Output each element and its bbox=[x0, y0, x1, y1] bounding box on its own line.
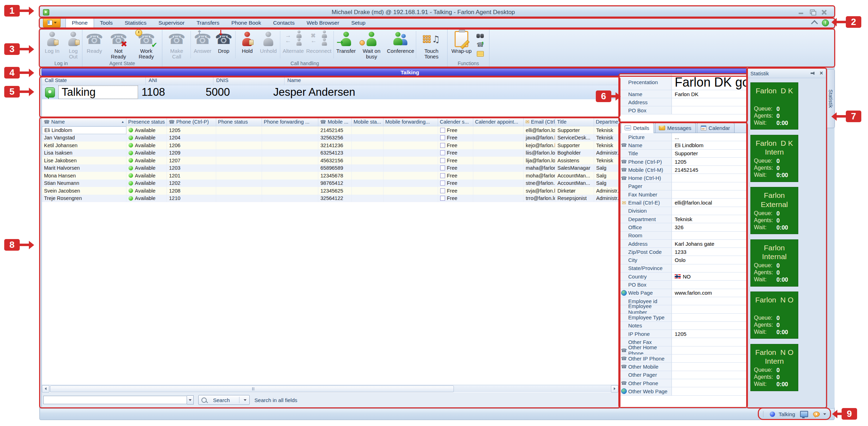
contact-row[interactable]: Eli LindblomAvailable120521452145Freeell… bbox=[42, 126, 618, 134]
details-value-other-pager[interactable] bbox=[672, 371, 746, 379]
details-value-other-mobile[interactable] bbox=[672, 363, 746, 370]
details-value-other-ip-phone[interactable] bbox=[672, 355, 746, 362]
chevron-down-icon[interactable] bbox=[823, 413, 826, 415]
details-value-ip-phone[interactable]: 1205 bbox=[672, 330, 746, 338]
ribbon-button-hold[interactable]: Hold bbox=[237, 30, 258, 60]
ribbon-button-work-ready[interactable]: ☎✔Work Ready bbox=[132, 30, 161, 60]
checkbox-icon[interactable] bbox=[440, 188, 445, 193]
scroll-right-button[interactable] bbox=[611, 385, 618, 393]
ribbon-button-wait-on-busy[interactable]: Wait on busy bbox=[357, 30, 386, 60]
column-header-email-ctrl[interactable]: ✉Email (Ctrl... bbox=[524, 118, 555, 126]
column-header-calender-appoint[interactable]: Calender appoint... bbox=[473, 118, 524, 126]
checkbox-icon[interactable] bbox=[440, 173, 445, 178]
contact-row[interactable]: Marit HalvorsenAvailable120365896589Free… bbox=[42, 164, 618, 172]
search-input-dropdown[interactable] bbox=[187, 395, 194, 405]
ribbon-button-transfer[interactable]: →Transfer bbox=[335, 30, 357, 60]
contact-row[interactable]: Jan VangstadAvailable120432563256Freejav… bbox=[42, 134, 618, 142]
details-tab-details[interactable]: Details bbox=[621, 123, 654, 133]
keypad-folder-icon[interactable] bbox=[476, 50, 484, 57]
checkbox-icon[interactable] bbox=[440, 181, 445, 186]
search-options-icon[interactable] bbox=[244, 399, 246, 401]
checkbox-icon[interactable] bbox=[440, 143, 445, 148]
details-tab-calendar[interactable]: Calendar bbox=[697, 123, 735, 133]
column-header[interactable]: DNIS bbox=[213, 77, 285, 85]
details-value-name[interactable]: Eli Lindblom bbox=[672, 141, 746, 149]
details-value-country[interactable]: NO bbox=[672, 272, 746, 280]
active-call-row[interactable]: Talking 1108 5000 Jesper Andersen bbox=[42, 85, 618, 99]
column-header[interactable]: Call State bbox=[42, 77, 146, 85]
binoculars-icon[interactable] bbox=[476, 33, 484, 39]
details-value-office[interactable]: 326 bbox=[672, 223, 746, 231]
phone-forward-icon[interactable]: ☎↑ bbox=[476, 42, 484, 48]
details-value-web-page[interactable]: www.farlon.com bbox=[672, 289, 746, 297]
checkbox-icon[interactable] bbox=[440, 165, 445, 170]
tab-tools[interactable]: Tools bbox=[94, 18, 119, 28]
details-tab-messages[interactable]: Messages bbox=[655, 123, 696, 133]
notification-bubble-icon[interactable] bbox=[813, 412, 820, 417]
collapse-ribbon-icon[interactable] bbox=[811, 20, 818, 27]
scrollbar-thumb[interactable] bbox=[50, 386, 454, 392]
details-value-department[interactable]: Teknisk bbox=[672, 215, 746, 223]
tab-statistics[interactable]: Statistics bbox=[119, 18, 152, 28]
checkbox-icon[interactable] bbox=[440, 128, 445, 133]
application-menu-button[interactable] bbox=[43, 18, 61, 27]
presentation-name-value[interactable]: Farlon DK bbox=[672, 90, 746, 98]
checkbox-icon[interactable] bbox=[440, 150, 445, 155]
scroll-left-button[interactable] bbox=[42, 385, 49, 393]
details-value-other-phone[interactable] bbox=[672, 379, 746, 387]
details-value-zip-post-code[interactable]: 1233 bbox=[672, 248, 746, 256]
contact-row[interactable]: Treje RosengrenAvailable121032564122Free… bbox=[42, 195, 618, 202]
contact-row[interactable]: Svein JacobsenAvailable120812345625Frees… bbox=[42, 187, 618, 195]
column-header-phone-ctrl-p[interactable]: ☎Phone (Ctrl-P) bbox=[167, 118, 216, 126]
details-value-home-ctrl-h[interactable] bbox=[672, 174, 746, 182]
tab-phone[interactable]: Phone bbox=[65, 18, 94, 28]
pin-icon[interactable] bbox=[811, 71, 816, 75]
details-value-employee-type[interactable] bbox=[672, 314, 746, 321]
details-value-notes[interactable] bbox=[672, 322, 746, 330]
details-value-address[interactable]: Karl Johans gate bbox=[672, 240, 746, 248]
desktop-icon[interactable] bbox=[800, 411, 808, 417]
ribbon-button-touch-tones[interactable]: ♫Touch Tones bbox=[417, 30, 446, 60]
column-header[interactable]: ANI bbox=[146, 77, 213, 85]
column-header-phone-forwarding[interactable]: Phone forwarding ... bbox=[262, 118, 318, 126]
column-header-departme[interactable]: Departme... bbox=[594, 118, 619, 126]
details-value-picture[interactable]: ... bbox=[672, 133, 746, 141]
column-header-mobile-forwarding[interactable]: Mobile forwarding... bbox=[383, 118, 438, 126]
column-header-presence-status[interactable]: Presence status bbox=[126, 118, 167, 126]
ribbon-button-wrap-up[interactable]: Wrap-up bbox=[449, 30, 474, 60]
column-header-calender-s[interactable]: Calender s... bbox=[438, 118, 473, 126]
details-value-other-fax[interactable] bbox=[672, 338, 746, 346]
search-input[interactable] bbox=[43, 396, 187, 404]
ribbon-button-not-ready[interactable]: ☎✖Not Ready bbox=[105, 30, 132, 60]
ribbon-button-conference[interactable]: Conference bbox=[386, 30, 415, 60]
close-button[interactable] bbox=[820, 10, 828, 15]
contact-row[interactable]: Mona HansenAvailable120112345678Freemoha… bbox=[42, 172, 618, 180]
checkbox-icon[interactable] bbox=[440, 196, 445, 201]
details-value-title[interactable]: Supporter bbox=[672, 150, 746, 157]
details-value-division[interactable] bbox=[672, 207, 746, 215]
details-value-state-province[interactable] bbox=[672, 264, 746, 272]
tab-web-browser[interactable]: Web Browser bbox=[301, 18, 345, 28]
details-value-city[interactable]: Oslo bbox=[672, 256, 746, 264]
search-button[interactable]: Search bbox=[198, 395, 250, 405]
horizontal-scrollbar[interactable] bbox=[42, 385, 618, 392]
details-value-mobile-ctrl-m[interactable]: 21452145 bbox=[672, 166, 746, 174]
tab-supervisor[interactable]: Supervisor bbox=[152, 18, 191, 28]
details-value-room[interactable] bbox=[672, 232, 746, 239]
contact-row[interactable]: Ketil JohansenAvailable120632141236Freek… bbox=[42, 142, 618, 149]
column-header-mobile[interactable]: ☎Mobile ... bbox=[318, 118, 352, 126]
contact-row[interactable]: Stian NeumannAvailable120298765412Freest… bbox=[42, 180, 618, 187]
column-header-title[interactable]: Title bbox=[555, 118, 594, 126]
details-value-other-web-page[interactable] bbox=[672, 387, 746, 395]
tab-contacts[interactable]: Contacts bbox=[267, 18, 300, 28]
details-value-employee-id[interactable] bbox=[672, 297, 746, 305]
details-value-phone-ctrl-p[interactable]: 1205 bbox=[672, 158, 746, 165]
contact-row[interactable]: Lise JakobsenAvailable120745632156Freeli… bbox=[42, 157, 618, 164]
details-value-email-ctrl-e[interactable]: elli@farlon.local bbox=[672, 199, 746, 206]
contact-row[interactable]: Lisa IsaksenAvailable120963254123Freelii… bbox=[42, 149, 618, 157]
column-header[interactable]: Name bbox=[285, 77, 618, 85]
status-notification-icon[interactable] bbox=[822, 19, 829, 26]
presentation-address-value[interactable] bbox=[672, 98, 746, 106]
tab-phone-book[interactable]: Phone Book bbox=[225, 18, 267, 28]
details-value-fax-number[interactable] bbox=[672, 190, 746, 198]
